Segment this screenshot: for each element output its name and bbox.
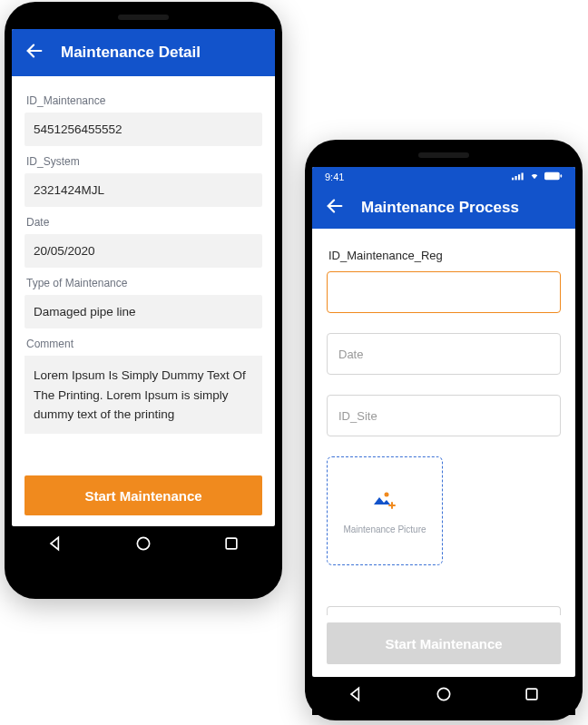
form-content: ID_Maintenance_Reg Date ID_Site [312, 229, 575, 565]
status-icons [512, 171, 563, 182]
date-value: 20/05/2020 [24, 234, 262, 268]
page-title: Maintenance Detail [61, 44, 201, 62]
wifi-icon [528, 171, 541, 182]
screen-right: 9:41 Maintenance Process ID_Maintenance_… [312, 167, 575, 677]
start-maintenance-button-label: Start Maintenance [385, 636, 502, 652]
id-site-placeholder: ID_Site [338, 409, 377, 423]
svg-rect-4 [512, 178, 514, 181]
battery-icon [544, 171, 563, 182]
nav-back-icon[interactable] [347, 685, 365, 707]
svg-point-12 [385, 492, 389, 496]
nav-recent-icon[interactable] [523, 685, 541, 707]
signal-icon [512, 171, 524, 182]
nav-home-icon[interactable] [435, 685, 453, 707]
id-maintenance-value: 5451256455552 [24, 113, 262, 146]
page-title: Maintenance Process [361, 199, 519, 217]
svg-rect-7 [522, 173, 524, 181]
id-reg-label: ID_Maintenance_Reg [327, 245, 561, 271]
status-bar: 9:41 [312, 167, 575, 187]
android-navbar [312, 677, 575, 715]
date-placeholder: Date [338, 348, 363, 361]
svg-marker-1 [51, 537, 58, 549]
nav-recent-icon[interactable] [222, 534, 240, 556]
svg-rect-8 [544, 172, 560, 180]
comment-label: Comment [24, 328, 262, 356]
svg-point-16 [437, 688, 449, 700]
svg-marker-15 [351, 688, 358, 700]
back-arrow-icon[interactable] [325, 196, 345, 220]
svg-rect-6 [518, 174, 520, 180]
android-navbar [12, 526, 275, 564]
upload-image-icon [371, 488, 398, 515]
start-maintenance-button-label: Start Maintenance [84, 488, 201, 504]
phone-speaker [418, 152, 469, 158]
type-value: Damaged pipe line [24, 295, 262, 328]
phone-left: Maintenance Detail ID_Maintenance 545125… [5, 2, 282, 599]
start-maintenance-button[interactable]: Start Maintenance [327, 622, 561, 664]
svg-point-2 [137, 537, 149, 549]
phone-speaker [118, 15, 169, 20]
id-system-value: 2321424MJL [24, 173, 262, 207]
upload-caption: Maintenance Picture [343, 524, 426, 534]
svg-rect-17 [526, 689, 537, 700]
id-maintenance-label: ID_Maintenance [24, 85, 262, 113]
maintenance-picture-upload[interactable]: Maintenance Picture [327, 456, 443, 565]
date-label: Date [24, 207, 262, 234]
type-label: Type of Maintenance [24, 268, 262, 295]
partial-input[interactable] [327, 606, 561, 615]
svg-rect-3 [226, 538, 237, 549]
date-input[interactable]: Date [327, 333, 561, 375]
status-time: 9:41 [325, 171, 344, 182]
back-arrow-icon[interactable] [24, 41, 44, 64]
app-bar: Maintenance Detail [12, 29, 275, 76]
svg-rect-9 [561, 174, 563, 177]
screen-left: Maintenance Detail ID_Maintenance 545125… [12, 29, 275, 526]
app-bar: Maintenance Process [312, 187, 575, 229]
start-maintenance-button[interactable]: Start Maintenance [24, 475, 262, 515]
id-reg-input[interactable] [327, 271, 561, 313]
id-site-input[interactable]: ID_Site [327, 395, 561, 436]
nav-back-icon[interactable] [46, 534, 64, 556]
nav-home-icon[interactable] [134, 534, 152, 556]
svg-rect-5 [515, 176, 517, 180]
comment-value: Lorem Ipsum Is Simply Dummy Text Of The … [24, 356, 262, 434]
id-system-label: ID_System [24, 146, 262, 173]
form-content: ID_Maintenance 5451256455552 ID_System 2… [12, 76, 275, 434]
phone-right: 9:41 Maintenance Process ID_Maintenance_… [305, 140, 583, 720]
